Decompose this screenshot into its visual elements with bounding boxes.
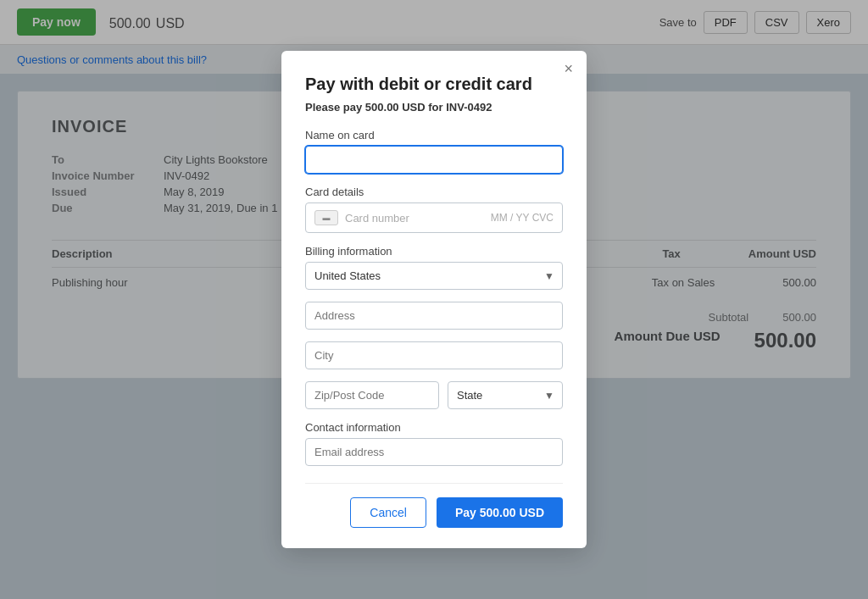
card-details-group: Card details ▬ Card number MM / YY CVC [305,186,563,233]
modal-footer: Cancel Pay 500.00 USD [305,483,563,528]
state-select[interactable]: State [448,381,563,409]
zip-state-group: State ▼ [305,381,563,409]
zip-input[interactable] [305,381,439,409]
modal-close-button[interactable]: × [564,61,573,76]
modal-subtitle: Please pay 500.00 USD for INV-0492 [305,101,563,114]
contact-info-label: Contact information [305,421,563,434]
name-on-card-group: Name on card [305,129,563,174]
email-input[interactable] [305,438,563,466]
name-on-card-input[interactable] [305,146,563,174]
payment-modal: × Pay with debit or credit card Please p… [281,51,587,548]
card-number-placeholder: Card number [345,212,484,225]
cancel-button[interactable]: Cancel [350,497,426,528]
billing-info-label: Billing information [305,245,563,258]
city-input[interactable] [305,341,563,369]
card-icon: ▬ [314,210,338,225]
address-input[interactable] [305,302,563,330]
card-date-cvc: MM / YY CVC [491,212,554,224]
card-details-label: Card details [305,186,563,198]
address-group [305,302,563,330]
country-select-wrapper: United States Canada United Kingdom Aust… [305,262,563,290]
country-select[interactable]: United States Canada United Kingdom Aust… [305,262,563,290]
state-select-wrapper: State ▼ [448,381,563,409]
contact-info-group: Contact information [305,421,563,466]
name-on-card-label: Name on card [305,129,563,141]
pay-button[interactable]: Pay 500.00 USD [437,497,563,528]
modal-title: Pay with debit or credit card [305,75,563,94]
city-group [305,341,563,369]
modal-overlay: × Pay with debit or credit card Please p… [0,0,868,599]
card-details-wrapper[interactable]: ▬ Card number MM / YY CVC [305,202,563,233]
billing-info-group: Billing information United States Canada… [305,245,563,290]
